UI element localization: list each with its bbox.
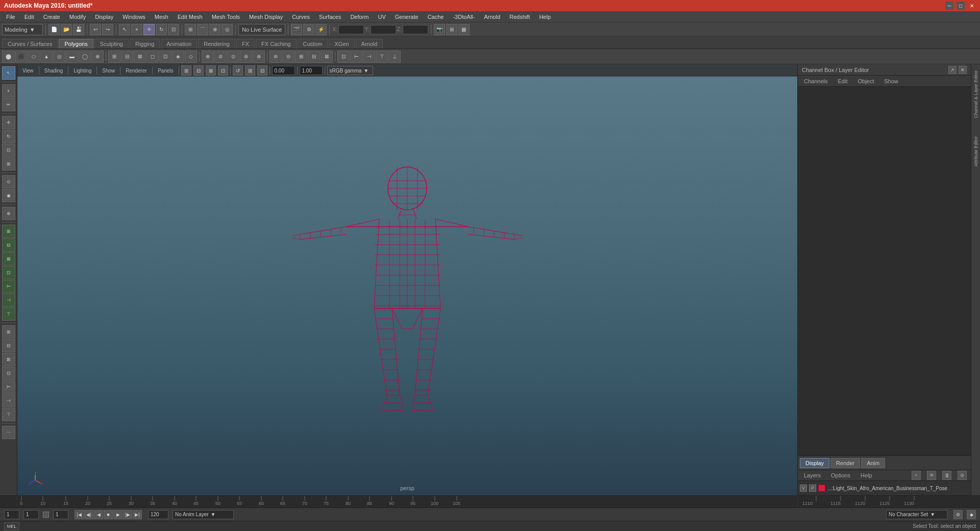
append-polygon-button[interactable]: ◻ — [146, 51, 159, 63]
snap-to-grid-button[interactable]: ⊕ — [2, 207, 15, 220]
slide-edge-button[interactable]: ⊚ — [240, 51, 252, 63]
channel-editor-strip-label[interactable]: Channel & Layer Editor — [972, 66, 979, 122]
menu-deform[interactable]: Deform — [346, 13, 373, 21]
connect-poly-button[interactable]: ⊞ — [108, 51, 120, 63]
frame-all[interactable]: ⊞ — [245, 65, 255, 76]
timeline-ruler[interactable]: 5 10 15 20 25 30 35 40 45 50 55 60 65 70… — [17, 496, 797, 508]
sculpt-tool-button[interactable]: ⊠ — [2, 252, 15, 266]
stop-button[interactable]: ■ — [104, 510, 113, 519]
node-editor-button[interactable]: ⊣ — [2, 394, 15, 407]
lasso-button[interactable]: ⌖ — [131, 24, 142, 35]
layer-new-button[interactable]: + — [912, 471, 921, 480]
smooth-mode[interactable]: ⊟ — [193, 65, 204, 76]
helix-button[interactable]: ⊕ — [91, 51, 104, 63]
disk-button[interactable]: ◯ — [79, 51, 91, 63]
go-to-start-button[interactable]: |◀ — [75, 510, 84, 519]
component-editor-button[interactable]: ⊡ — [2, 367, 15, 380]
spherical-map-button[interactable]: ⊤ — [376, 51, 388, 63]
snap-view-button[interactable]: ◎ — [222, 24, 233, 35]
edit-tab[interactable]: Edit — [836, 77, 849, 85]
panel-close-button[interactable]: ✕ — [959, 66, 967, 74]
render-tab[interactable]: Render — [830, 458, 860, 468]
plane-button[interactable]: ▬ — [66, 51, 78, 63]
maximize-button[interactable]: □ — [957, 2, 965, 10]
tab-fx[interactable]: FX — [236, 39, 255, 49]
menu-cache[interactable]: Cache — [424, 13, 448, 21]
character-set-dropdown[interactable]: No Character Set ▼ — [886, 510, 947, 519]
viewport-show-menu[interactable]: Show — [99, 67, 118, 74]
camera-reset[interactable]: ↺ — [233, 65, 243, 76]
offset-edge-button[interactable]: ⊘ — [214, 51, 227, 63]
channels-tab[interactable]: Channels — [802, 77, 829, 85]
menu-arnold[interactable]: Arnold — [480, 13, 504, 21]
translate-y-input[interactable] — [300, 66, 323, 75]
snap-point-button[interactable]: ⊕ — [209, 24, 220, 35]
cube-button[interactable]: ⬛ — [15, 51, 27, 63]
separate-button[interactable]: ⊞ — [295, 51, 307, 63]
menu-windows[interactable]: Windows — [118, 13, 150, 21]
menu-create[interactable]: Create — [39, 13, 64, 21]
lasso-select-button[interactable]: ⌖ — [2, 84, 15, 98]
menu-3dtoall[interactable]: -3DtoAll- — [449, 13, 479, 21]
display-tab[interactable]: Display — [800, 458, 829, 468]
layer-hide-button[interactable]: 👁 — [927, 471, 936, 480]
crease-button[interactable]: ⊛ — [253, 51, 265, 63]
cone-button[interactable]: ▲ — [40, 51, 53, 63]
boolean-button[interactable]: ⊠ — [321, 51, 333, 63]
split-mesh-button[interactable]: ⊜ — [270, 51, 282, 63]
smear-tool-button[interactable]: ⊣ — [2, 294, 15, 307]
bounding-box-mode[interactable]: ⊠ — [206, 65, 216, 76]
object-tab[interactable]: Object — [855, 77, 876, 85]
layer-visibility-v[interactable]: V — [800, 485, 807, 492]
frame-step-input[interactable] — [53, 510, 68, 519]
undo-button[interactable]: ↩ — [90, 24, 101, 35]
save-button[interactable]: 💾 — [73, 24, 84, 35]
play-forward-button[interactable]: ▶ — [113, 510, 122, 519]
layer-settings-button[interactable]: ⚙ — [958, 471, 967, 480]
select-button[interactable]: ↖ — [2, 66, 15, 80]
param-button[interactable]: ⊞ — [2, 325, 15, 339]
more-tools-button[interactable]: ⋯ — [2, 426, 15, 439]
scale-button[interactable]: ⊡ — [2, 143, 15, 157]
torus-button[interactable]: ◎ — [53, 51, 65, 63]
connect-edge-button[interactable]: ⊙ — [227, 51, 239, 63]
minimize-button[interactable]: ─ — [945, 2, 953, 10]
tab-rigging[interactable]: Rigging — [130, 39, 160, 49]
poke-button[interactable]: ◇ — [185, 51, 197, 63]
preferences-button[interactable]: ⚙ — [953, 510, 963, 519]
layer-visibility-p[interactable]: P — [809, 485, 816, 492]
bridge-button[interactable]: ⊠ — [134, 51, 146, 63]
menu-mesh-tools[interactable]: Mesh Tools — [208, 13, 244, 21]
universal-manip-button[interactable]: ⊞ — [2, 157, 15, 171]
ipr-button[interactable]: ⚡ — [315, 24, 327, 35]
select-tool-button[interactable]: ↖ — [119, 24, 130, 35]
tab-fx-caching[interactable]: FX Caching — [256, 39, 296, 49]
redo-button[interactable]: ↪ — [102, 24, 113, 35]
planar-map-button[interactable]: ⊢ — [350, 51, 362, 63]
snap-curve-button[interactable]: ⌒ — [197, 24, 208, 35]
menu-display[interactable]: Display — [91, 13, 117, 21]
no-live-surface-label[interactable]: No Live Surface — [238, 24, 285, 35]
move-button[interactable]: ✛ — [2, 116, 15, 129]
render-cam-button[interactable]: 📷 — [434, 24, 445, 35]
viewport-shading-menu[interactable]: Shading — [41, 67, 66, 74]
layer-delete-button[interactable]: 🗑 — [942, 471, 951, 480]
xray-mode[interactable]: ⊡ — [218, 65, 228, 76]
combine-button[interactable]: ⊝ — [282, 51, 295, 63]
measure-tool-button[interactable]: ⊞ — [2, 225, 15, 238]
menu-modify[interactable]: Modify — [65, 13, 90, 21]
tab-polygons[interactable]: Polygons — [59, 39, 93, 49]
layers-tab[interactable]: Layers — [802, 471, 823, 479]
menu-curves[interactable]: Curves — [288, 13, 314, 21]
menu-edit[interactable]: Edit — [20, 13, 38, 21]
frame-selected[interactable]: ⊟ — [257, 65, 267, 76]
grab-tool-button[interactable]: ⊢ — [2, 280, 15, 293]
step-back-button[interactable]: ◀| — [84, 510, 93, 519]
frame-start-input[interactable] — [4, 510, 19, 519]
viewport-view-menu[interactable]: View — [19, 67, 37, 74]
attr-button[interactable]: ⊟ — [2, 339, 15, 352]
show-tab[interactable]: Show — [882, 77, 900, 85]
render-settings-button[interactable]: ⚙ — [303, 24, 314, 35]
layer-item[interactable]: V P ...:Light_Skin_Afro_American_Busines… — [798, 481, 971, 495]
layout-button[interactable]: ⊞ — [446, 24, 457, 35]
